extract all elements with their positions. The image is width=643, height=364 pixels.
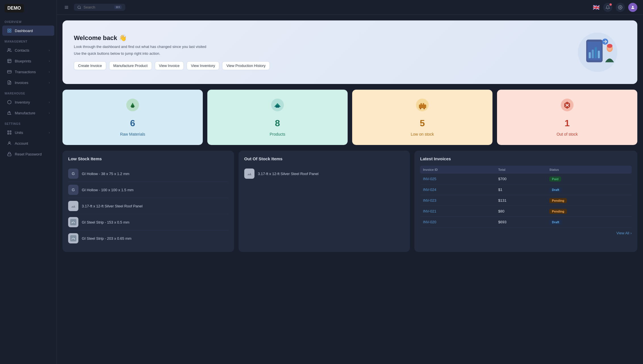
logo-area: DEMO bbox=[0, 0, 57, 16]
search-bar[interactable]: ⌘K bbox=[74, 4, 125, 11]
blueprints-chevron-icon: › bbox=[49, 60, 50, 63]
svg-point-41 bbox=[72, 222, 73, 223]
units-chevron-icon: › bbox=[49, 131, 50, 134]
view-invoice-button[interactable]: View Invoice bbox=[155, 61, 184, 70]
stat-card-raw-materials[interactable]: 6 Raw Materials bbox=[62, 90, 203, 145]
welcome-buttons: Create Invoice Manufacture Product View … bbox=[74, 61, 569, 70]
invoice-total: $1 bbox=[495, 184, 546, 195]
invoice-id[interactable]: INV-020 bbox=[423, 220, 436, 224]
invoice-status-header: Status bbox=[546, 166, 632, 174]
sidebar-item-transactions[interactable]: Transactions › bbox=[2, 67, 54, 77]
svg-point-36 bbox=[420, 108, 421, 109]
transactions-chevron-icon: › bbox=[49, 70, 50, 73]
table-row[interactable]: INV-025 $700 Paid bbox=[420, 174, 632, 184]
search-shortcut: ⌘K bbox=[114, 5, 122, 9]
svg-rect-1 bbox=[10, 29, 11, 30]
sidebar-item-account[interactable]: Account bbox=[2, 138, 54, 148]
raw-materials-count: 6 bbox=[130, 118, 135, 129]
svg-rect-3 bbox=[10, 31, 11, 32]
sidebar-item-reset-password[interactable]: Reset Password bbox=[2, 149, 54, 159]
inventory-icon bbox=[7, 100, 12, 105]
table-row[interactable]: INV-024 $1 Draft bbox=[420, 184, 632, 195]
list-item[interactable]: 3.17-ft x 12-ft Silver Steel Roof Panel bbox=[68, 198, 228, 214]
list-item[interactable]: 3.17-ft x 12-ft Silver Steel Roof Panel bbox=[244, 166, 404, 182]
stock-item-name: 3.17-ft x 12-ft Silver Steel Roof Panel bbox=[82, 204, 143, 208]
low-stock-label: Low on stock bbox=[411, 132, 434, 136]
latest-invoices-title: Latest Invoices bbox=[420, 156, 632, 161]
svg-rect-10 bbox=[8, 154, 11, 156]
settings-button[interactable] bbox=[616, 3, 625, 12]
svg-rect-6 bbox=[7, 70, 11, 73]
sidebar-item-contacts-label: Contacts bbox=[15, 48, 29, 52]
list-item[interactable]: GI Steel Strip - 203 x 0.65 mm bbox=[68, 230, 228, 246]
svg-rect-22 bbox=[595, 47, 597, 58]
manufacture-product-button[interactable]: Manufacture Product bbox=[109, 61, 152, 70]
bottom-row: Low Stock Items G GI Hollow - 38 x 75 x … bbox=[62, 151, 637, 252]
notifications-button[interactable] bbox=[603, 3, 612, 12]
stats-row: 6 Raw Materials 8 Products 5 Low on stoc… bbox=[62, 90, 637, 145]
language-flag-icon[interactable]: 🇬🇧 bbox=[593, 4, 600, 11]
svg-point-15 bbox=[620, 7, 621, 8]
sidebar-item-dashboard-label: Dashboard bbox=[15, 29, 33, 33]
out-of-stock-icon bbox=[560, 98, 574, 115]
out-of-stock-panel-title: Out Of Stock Items bbox=[244, 156, 404, 161]
sidebar-item-blueprints-label: Blueprints bbox=[15, 59, 31, 63]
management-section-label: MANAGEMENT bbox=[0, 36, 57, 45]
low-stock-icon bbox=[416, 98, 429, 115]
stock-item-avatar: G bbox=[68, 169, 78, 179]
reset-password-icon bbox=[7, 152, 12, 157]
welcome-hint: Use the quick buttons below to jump righ… bbox=[74, 51, 569, 56]
sidebar-item-contacts[interactable]: Contacts › bbox=[2, 45, 54, 55]
out-of-stock-count: 1 bbox=[565, 118, 570, 129]
svg-rect-23 bbox=[598, 51, 600, 58]
search-input[interactable] bbox=[83, 5, 112, 9]
dashboard-icon bbox=[7, 28, 12, 33]
sidebar-item-invoices[interactable]: Invoices › bbox=[2, 77, 54, 88]
list-item[interactable]: G GI Hollow - 100 x 100 x 1.5 mm bbox=[68, 182, 228, 198]
view-production-history-button[interactable]: View Production History bbox=[222, 61, 270, 70]
out-of-stock-panel: Out Of Stock Items 3.17-ft x 12-ft Silve… bbox=[239, 151, 410, 252]
invoice-id[interactable]: INV-025 bbox=[423, 177, 436, 181]
invoices-chevron-icon: › bbox=[49, 81, 50, 84]
sidebar: DEMO OVERVIEW Dashboard MANAGEMENT Conta… bbox=[0, 0, 57, 364]
invoice-id[interactable]: INV-024 bbox=[423, 188, 436, 192]
gear-icon bbox=[618, 5, 623, 10]
overview-section-label: OVERVIEW bbox=[0, 16, 57, 25]
list-item[interactable]: G GI Hollow - 38 x 75 x 1.2 mm bbox=[68, 166, 228, 182]
view-inventory-button[interactable]: View Inventory bbox=[187, 61, 219, 70]
invoice-id[interactable]: INV-023 bbox=[423, 198, 436, 203]
sidebar-item-dashboard[interactable]: Dashboard bbox=[2, 26, 54, 36]
sidebar-collapse-button[interactable] bbox=[62, 3, 70, 11]
svg-rect-34 bbox=[421, 103, 422, 105]
sidebar-item-inventory[interactable]: Inventory › bbox=[2, 97, 54, 107]
app-logo: DEMO bbox=[5, 4, 24, 12]
status-badge: Paid bbox=[549, 176, 561, 182]
invoice-table: Invoice ID Total Status INV-025 $700 Pai… bbox=[420, 166, 632, 228]
sidebar-item-manufacture[interactable]: Manufacture › bbox=[2, 108, 54, 118]
table-row[interactable]: INV-020 $693 Draft bbox=[420, 217, 632, 228]
user-avatar[interactable] bbox=[628, 3, 637, 12]
table-row[interactable]: INV-023 $131 Pending bbox=[420, 195, 632, 206]
sidebar-item-units[interactable]: Units › bbox=[2, 127, 54, 138]
svg-point-43 bbox=[74, 238, 75, 239]
stock-item-name: GI Hollow - 38 x 75 x 1.2 mm bbox=[82, 172, 130, 176]
svg-point-16 bbox=[632, 6, 633, 7]
table-row[interactable]: INV-021 $80 Pending bbox=[420, 206, 632, 217]
svg-point-14 bbox=[78, 6, 80, 8]
inventory-chevron-icon: › bbox=[49, 101, 50, 104]
list-item[interactable]: GI Steel Strip - 153 x 0.5 mm bbox=[68, 214, 228, 230]
status-badge: Draft bbox=[549, 187, 562, 192]
stat-card-products[interactable]: 8 Products bbox=[207, 90, 348, 145]
status-badge: Draft bbox=[549, 220, 562, 225]
stat-card-low-stock[interactable]: 5 Low on stock bbox=[352, 90, 492, 145]
stock-item-avatar: G bbox=[68, 185, 78, 195]
invoice-total: $700 bbox=[495, 174, 546, 184]
invoice-total: $693 bbox=[495, 217, 546, 228]
create-invoice-button[interactable]: Create Invoice bbox=[74, 61, 106, 70]
stock-item-name: GI Steel Strip - 153 x 0.5 mm bbox=[82, 220, 130, 224]
stat-card-out-of-stock[interactable]: 1 Out of stock bbox=[497, 90, 637, 145]
invoice-id[interactable]: INV-021 bbox=[423, 209, 436, 213]
sidebar-item-blueprints[interactable]: Blueprints › bbox=[2, 56, 54, 66]
svg-rect-20 bbox=[589, 52, 591, 58]
view-all-button[interactable]: View All › bbox=[420, 231, 632, 235]
